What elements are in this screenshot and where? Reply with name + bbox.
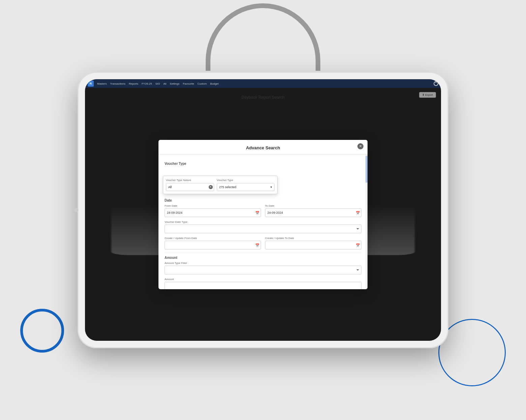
to-date-label: To Date bbox=[265, 204, 361, 207]
voucher-nature-dropdown-popup: Voucher Type Nature ✕ Voucher Type bbox=[163, 176, 277, 194]
topnav: R Masters Transactions Reports FY26-25 S… bbox=[85, 79, 441, 88]
to-date-group: To Date 📅 bbox=[265, 204, 361, 217]
create-to-input[interactable] bbox=[265, 241, 361, 249]
amount-row: Amount bbox=[165, 278, 361, 289]
create-from-wrapper: 📅 bbox=[165, 241, 261, 249]
voucher-type-chevron-icon: ▾ bbox=[270, 185, 272, 189]
arc-gray-top bbox=[206, 3, 320, 71]
from-date-wrapper: 📅 bbox=[165, 208, 261, 217]
scrollbar-thumb bbox=[366, 156, 368, 183]
to-date-wrapper: 📅 bbox=[265, 208, 361, 217]
amount-group: Amount bbox=[165, 278, 361, 289]
nav-fy[interactable]: FY26-25 bbox=[142, 82, 152, 85]
voucher-type-row: Voucher Type Nature ✕ Voucher Type bbox=[165, 168, 361, 180]
voucher-type-section-label: Voucher Type bbox=[165, 162, 361, 166]
divider bbox=[165, 253, 361, 253]
voucher-type-label: Voucher Type bbox=[217, 179, 274, 182]
voucher-date-type-select[interactable] bbox=[165, 224, 361, 233]
nav-favourite[interactable]: Favourite bbox=[183, 82, 194, 85]
circle-blue-right bbox=[438, 319, 506, 386]
amount-input[interactable] bbox=[165, 282, 361, 289]
modal-title: Advance Search bbox=[246, 145, 280, 150]
voucher-date-type-row: Voucher Date Type bbox=[165, 220, 361, 233]
tablet-screen: R Masters Transactions Reports FY26-25 S… bbox=[85, 79, 441, 341]
create-from-group: Create / Update From Date 📅 bbox=[165, 237, 261, 249]
voucher-type-value: 275 selected bbox=[219, 185, 236, 189]
circle-blue-left bbox=[20, 309, 64, 353]
voucher-date-type-group: Voucher Date Type bbox=[165, 220, 361, 233]
to-date-calendar-icon: 📅 bbox=[356, 211, 360, 214]
nav-budget[interactable]: Budget bbox=[210, 82, 218, 85]
modal-overlay: Advance Search ✕ Voucher Type bbox=[85, 88, 441, 341]
nav-settings[interactable]: Settings bbox=[170, 82, 179, 85]
create-from-input[interactable] bbox=[165, 241, 261, 249]
create-date-row: Create / Update From Date 📅 Create / Upd… bbox=[165, 237, 361, 249]
from-date-group: From Date 📅 bbox=[165, 204, 261, 217]
voucher-nature-label: Voucher Type Nature bbox=[166, 179, 214, 182]
create-from-calendar-icon: 📅 bbox=[255, 243, 259, 247]
voucher-type-group: Voucher Type 275 selected ▾ bbox=[217, 179, 274, 191]
nav-all[interactable]: All bbox=[163, 82, 166, 85]
create-to-label: Create / Update To Date bbox=[265, 237, 361, 240]
tablet-camera bbox=[74, 208, 78, 212]
amount-type-row: Amount Type Filter bbox=[165, 262, 361, 274]
date-row1: From Date 📅 To Date 📅 bbox=[165, 204, 361, 217]
power-button[interactable] bbox=[434, 81, 438, 86]
create-to-wrapper: 📅 bbox=[265, 241, 361, 249]
modal-close-button[interactable]: ✕ bbox=[357, 143, 363, 149]
nav-transactions[interactable]: Transactions bbox=[110, 82, 125, 85]
create-to-calendar-icon: 📅 bbox=[356, 243, 360, 247]
voucher-nature-input-wrapper: ✕ bbox=[166, 183, 214, 191]
date-section-label: Date bbox=[165, 199, 361, 202]
amount-type-filter-group: Amount Type Filter bbox=[165, 262, 361, 274]
create-to-group: Create / Update To Date 📅 bbox=[265, 237, 361, 249]
from-date-calendar-icon: 📅 bbox=[255, 211, 259, 214]
main-content: Daybook Report Search ⬇ Export Advance S… bbox=[85, 88, 441, 341]
modal-scrollbar[interactable] bbox=[366, 154, 368, 289]
modal-header: Advance Search ✕ bbox=[158, 140, 368, 154]
amount-type-filter-label: Amount Type Filter bbox=[165, 262, 361, 265]
to-date-input[interactable] bbox=[265, 208, 361, 217]
from-date-input[interactable] bbox=[165, 208, 261, 217]
voucher-type-select[interactable]: 275 selected ▾ bbox=[217, 183, 274, 191]
amount-type-filter-select[interactable] bbox=[165, 266, 361, 274]
amount-section-label: Amount bbox=[165, 256, 361, 260]
from-date-label: From Date bbox=[165, 204, 261, 207]
tablet: R Masters Transactions Reports FY26-25 S… bbox=[78, 72, 448, 348]
nav-sio[interactable]: SIO bbox=[155, 82, 160, 85]
voucher-nature-group: Voucher Type Nature ✕ bbox=[166, 179, 214, 191]
nav-masters[interactable]: Masters bbox=[97, 82, 107, 85]
voucher-date-type-label: Voucher Date Type bbox=[165, 220, 361, 223]
voucher-nature-clear-button[interactable]: ✕ bbox=[209, 185, 213, 189]
nav-logo: R bbox=[88, 81, 94, 87]
advance-search-modal: Advance Search ✕ Voucher Type bbox=[158, 140, 368, 289]
nav-custom[interactable]: Custom bbox=[198, 82, 207, 85]
modal-body: Voucher Type Voucher Type Nature ✕ bbox=[158, 154, 368, 289]
voucher-nature-input[interactable] bbox=[166, 183, 214, 191]
create-from-label: Create / Update From Date bbox=[165, 237, 261, 240]
nav-reports[interactable]: Reports bbox=[129, 82, 138, 85]
amount-label: Amount bbox=[165, 278, 361, 281]
